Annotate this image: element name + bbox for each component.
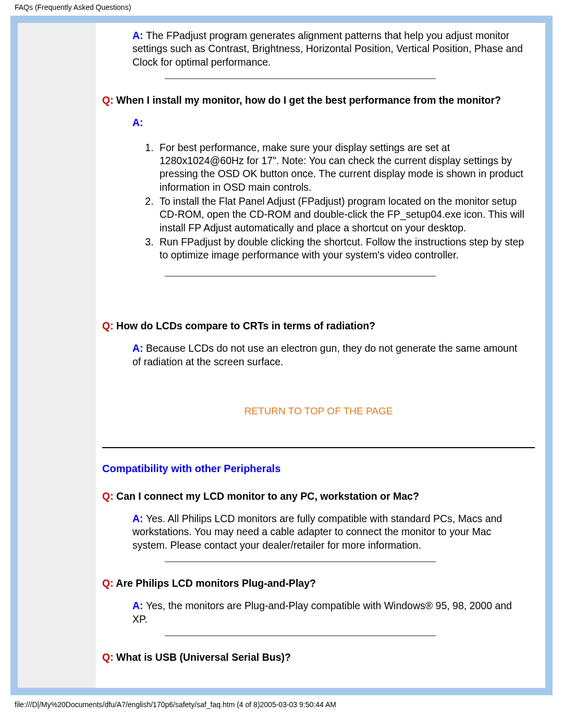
list-item: For best performance, make sure your dis… xyxy=(156,141,535,194)
question-label: Q: xyxy=(102,577,116,589)
question-1: Q: When I install my monitor, how do I g… xyxy=(102,94,535,107)
question-3: Q: Can I connect my LCD monitor to any P… xyxy=(102,490,535,503)
divider xyxy=(165,78,436,79)
answer-label: A: xyxy=(132,513,146,524)
answer-0: A: The FPadjust program generates alignm… xyxy=(132,29,530,69)
divider xyxy=(165,561,436,562)
question-label: Q: xyxy=(102,320,116,331)
left-gutter xyxy=(18,23,96,688)
question-text: When I install my monitor, how do I get … xyxy=(116,94,501,106)
page-header: FAQs (Frequently Asked Questions) xyxy=(0,0,563,14)
answer-1-list: For best performance, make sure your dis… xyxy=(156,141,535,262)
question-text: What is USB (Universal Serial Bus)? xyxy=(116,651,291,663)
outer-frame: A: The FPadjust program generates alignm… xyxy=(10,16,553,695)
answer-label: A: xyxy=(132,342,146,354)
answer-label: A: xyxy=(132,30,146,41)
question-5: Q: What is USB (Universal Serial Bus)? xyxy=(102,651,535,664)
answer-1-label-row: A: xyxy=(132,116,530,129)
question-label: Q: xyxy=(102,651,116,663)
section-title-compatibility: Compatibility with other Peripherals xyxy=(102,462,535,475)
section-divider-wrap xyxy=(102,447,535,448)
question-label: Q: xyxy=(102,94,116,106)
question-text: Can I connect my LCD monitor to any PC, … xyxy=(116,490,419,502)
question-text: Are Philips LCD monitors Plug-and-Play? xyxy=(116,577,316,589)
answer-text: Yes, the monitors are Plug-and-Play comp… xyxy=(132,600,512,624)
question-label: Q: xyxy=(102,490,116,502)
list-item: To install the Flat Panel Adjust (FPadju… xyxy=(156,195,535,235)
question-4: Q: Are Philips LCD monitors Plug-and-Pla… xyxy=(102,577,535,590)
answer-label: A: xyxy=(132,600,146,611)
white-panel: A: The FPadjust program generates alignm… xyxy=(18,23,545,688)
answer-4: A: Yes, the monitors are Plug-and-Play c… xyxy=(132,599,522,626)
return-to-top-link[interactable]: RETURN TO TOP OF THE PAGE xyxy=(102,405,535,418)
question-text: How do LCDs compare to CRTs in terms of … xyxy=(116,320,375,331)
answer-3: A: Yes. All Philips LCD monitors are ful… xyxy=(132,512,522,552)
answer-text: Because LCDs do not use an electron gun,… xyxy=(132,342,517,367)
divider xyxy=(165,635,436,636)
question-2: Q: How do LCDs compare to CRTs in terms … xyxy=(102,319,535,332)
section-divider xyxy=(102,447,535,448)
answer-text: The FPadjust program generates alignment… xyxy=(132,30,523,68)
answer-2: A: Because LCDs do not use an electron g… xyxy=(132,342,522,368)
answer-label: A: xyxy=(132,117,143,128)
main-content: A: The FPadjust program generates alignm… xyxy=(96,23,545,688)
divider xyxy=(165,276,436,277)
list-item: Run FPadjust by double clicking the shor… xyxy=(156,236,535,262)
answer-text: Yes. All Philips LCD monitors are fully … xyxy=(132,513,502,551)
footer-path: file:///D|/My%20Documents/dfu/A7/english… xyxy=(0,700,563,709)
